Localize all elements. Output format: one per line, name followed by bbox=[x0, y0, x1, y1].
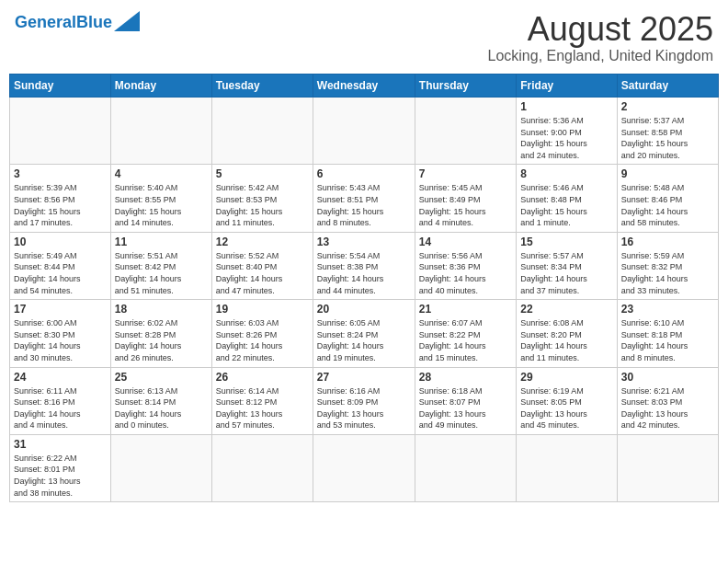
day-number: 15 bbox=[520, 236, 612, 248]
day-info: Sunrise: 5:39 AM Sunset: 8:56 PM Dayligh… bbox=[14, 182, 107, 228]
day-number: 27 bbox=[317, 371, 411, 384]
day-number: 29 bbox=[520, 371, 612, 384]
weekday-header: Monday bbox=[110, 75, 211, 98]
day-number: 6 bbox=[317, 167, 411, 180]
day-info: Sunrise: 6:11 AM Sunset: 8:16 PM Dayligh… bbox=[14, 385, 107, 431]
calendar-day-cell: 2Sunrise: 5:37 AM Sunset: 8:58 PM Daylig… bbox=[617, 98, 718, 165]
calendar-week-row: 17Sunrise: 6:00 AM Sunset: 8:30 PM Dayli… bbox=[10, 300, 719, 367]
calendar-day-cell: 28Sunrise: 6:18 AM Sunset: 8:07 PM Dayli… bbox=[415, 367, 516, 434]
day-number: 28 bbox=[419, 371, 512, 384]
day-number: 7 bbox=[419, 167, 512, 180]
calendar-week-row: 31Sunrise: 6:22 AM Sunset: 8:01 PM Dayli… bbox=[10, 434, 719, 501]
day-info: Sunrise: 6:21 AM Sunset: 8:03 PM Dayligh… bbox=[621, 385, 714, 431]
day-number: 20 bbox=[317, 303, 411, 316]
calendar-day-cell: 14Sunrise: 5:56 AM Sunset: 8:36 PM Dayli… bbox=[415, 232, 516, 299]
day-info: Sunrise: 5:52 AM Sunset: 8:40 PM Dayligh… bbox=[216, 250, 309, 296]
day-info: Sunrise: 5:59 AM Sunset: 8:32 PM Dayligh… bbox=[621, 250, 714, 296]
day-number: 21 bbox=[419, 303, 512, 316]
day-info: Sunrise: 5:46 AM Sunset: 8:48 PM Dayligh… bbox=[520, 182, 612, 228]
calendar-day-cell: 5Sunrise: 5:42 AM Sunset: 8:53 PM Daylig… bbox=[211, 165, 313, 232]
calendar-day-cell bbox=[110, 98, 211, 165]
day-number: 22 bbox=[520, 303, 612, 316]
day-number: 3 bbox=[14, 167, 107, 180]
calendar-week-row: 3Sunrise: 5:39 AM Sunset: 8:56 PM Daylig… bbox=[10, 165, 719, 232]
day-info: Sunrise: 5:42 AM Sunset: 8:53 PM Dayligh… bbox=[216, 182, 309, 228]
calendar-week-row: 1Sunrise: 5:36 AM Sunset: 9:00 PM Daylig… bbox=[10, 98, 719, 165]
day-info: Sunrise: 5:36 AM Sunset: 9:00 PM Dayligh… bbox=[520, 115, 612, 161]
logo-text: GeneralBlue bbox=[15, 14, 112, 30]
location-title: Locking, England, United Kingdom bbox=[488, 48, 714, 64]
day-number: 26 bbox=[216, 371, 309, 384]
day-number: 1 bbox=[520, 100, 612, 113]
calendar-day-cell: 15Sunrise: 5:57 AM Sunset: 8:34 PM Dayli… bbox=[517, 232, 617, 299]
day-info: Sunrise: 5:56 AM Sunset: 8:36 PM Dayligh… bbox=[419, 250, 512, 296]
calendar-day-cell bbox=[415, 98, 516, 165]
calendar-day-cell: 11Sunrise: 5:51 AM Sunset: 8:42 PM Dayli… bbox=[110, 232, 211, 299]
calendar-day-cell: 12Sunrise: 5:52 AM Sunset: 8:40 PM Dayli… bbox=[211, 232, 313, 299]
day-info: Sunrise: 6:07 AM Sunset: 8:22 PM Dayligh… bbox=[419, 317, 512, 363]
day-info: Sunrise: 5:49 AM Sunset: 8:44 PM Dayligh… bbox=[14, 250, 107, 296]
calendar-day-cell bbox=[617, 434, 718, 501]
calendar-day-cell bbox=[415, 434, 516, 501]
weekday-header: Saturday bbox=[617, 75, 718, 98]
calendar-header-row: SundayMondayTuesdayWednesdayThursdayFrid… bbox=[10, 75, 719, 98]
calendar-day-cell: 22Sunrise: 6:08 AM Sunset: 8:20 PM Dayli… bbox=[517, 300, 617, 367]
day-number: 8 bbox=[520, 167, 612, 180]
logo-icon bbox=[114, 11, 140, 31]
calendar-day-cell bbox=[211, 98, 313, 165]
calendar-day-cell: 17Sunrise: 6:00 AM Sunset: 8:30 PM Dayli… bbox=[10, 300, 111, 367]
weekday-header: Tuesday bbox=[211, 75, 313, 98]
day-info: Sunrise: 6:22 AM Sunset: 8:01 PM Dayligh… bbox=[14, 453, 107, 499]
day-number: 19 bbox=[216, 303, 309, 316]
day-number: 12 bbox=[216, 236, 309, 248]
header: GeneralBlue August 2025 Locking, England… bbox=[9, 9, 719, 68]
day-info: Sunrise: 6:13 AM Sunset: 8:14 PM Dayligh… bbox=[115, 385, 208, 431]
day-info: Sunrise: 5:48 AM Sunset: 8:46 PM Dayligh… bbox=[621, 182, 714, 228]
calendar-day-cell bbox=[211, 434, 313, 501]
day-info: Sunrise: 5:40 AM Sunset: 8:55 PM Dayligh… bbox=[115, 182, 208, 228]
day-number: 4 bbox=[115, 167, 208, 180]
day-number: 5 bbox=[216, 167, 309, 180]
logo: GeneralBlue bbox=[15, 13, 140, 31]
calendar-week-row: 10Sunrise: 5:49 AM Sunset: 8:44 PM Dayli… bbox=[10, 232, 719, 299]
day-info: Sunrise: 6:08 AM Sunset: 8:20 PM Dayligh… bbox=[520, 317, 612, 363]
calendar-day-cell: 24Sunrise: 6:11 AM Sunset: 8:16 PM Dayli… bbox=[10, 367, 111, 434]
calendar-day-cell: 6Sunrise: 5:43 AM Sunset: 8:51 PM Daylig… bbox=[313, 165, 415, 232]
calendar-day-cell: 3Sunrise: 5:39 AM Sunset: 8:56 PM Daylig… bbox=[10, 165, 111, 232]
day-info: Sunrise: 6:02 AM Sunset: 8:28 PM Dayligh… bbox=[115, 317, 208, 363]
day-number: 24 bbox=[14, 371, 107, 384]
calendar-day-cell: 13Sunrise: 5:54 AM Sunset: 8:38 PM Dayli… bbox=[313, 232, 415, 299]
calendar-day-cell: 20Sunrise: 6:05 AM Sunset: 8:24 PM Dayli… bbox=[313, 300, 415, 367]
weekday-header: Sunday bbox=[10, 75, 111, 98]
day-info: Sunrise: 5:54 AM Sunset: 8:38 PM Dayligh… bbox=[317, 250, 411, 296]
day-info: Sunrise: 6:03 AM Sunset: 8:26 PM Dayligh… bbox=[216, 317, 309, 363]
day-info: Sunrise: 5:37 AM Sunset: 8:58 PM Dayligh… bbox=[621, 115, 714, 161]
day-info: Sunrise: 5:43 AM Sunset: 8:51 PM Dayligh… bbox=[317, 182, 411, 228]
day-info: Sunrise: 5:51 AM Sunset: 8:42 PM Dayligh… bbox=[115, 250, 208, 296]
calendar-day-cell: 4Sunrise: 5:40 AM Sunset: 8:55 PM Daylig… bbox=[110, 165, 211, 232]
day-number: 9 bbox=[621, 167, 714, 180]
day-number: 30 bbox=[621, 371, 714, 384]
title-area: August 2025 Locking, England, United Kin… bbox=[488, 13, 714, 64]
day-number: 11 bbox=[115, 236, 208, 248]
day-number: 16 bbox=[621, 236, 714, 248]
day-info: Sunrise: 6:10 AM Sunset: 8:18 PM Dayligh… bbox=[621, 317, 714, 363]
calendar-day-cell: 8Sunrise: 5:46 AM Sunset: 8:48 PM Daylig… bbox=[517, 165, 617, 232]
day-info: Sunrise: 6:00 AM Sunset: 8:30 PM Dayligh… bbox=[14, 317, 107, 363]
day-info: Sunrise: 6:14 AM Sunset: 8:12 PM Dayligh… bbox=[216, 385, 309, 431]
calendar-day-cell: 29Sunrise: 6:19 AM Sunset: 8:05 PM Dayli… bbox=[517, 367, 617, 434]
calendar-day-cell: 25Sunrise: 6:13 AM Sunset: 8:14 PM Dayli… bbox=[110, 367, 211, 434]
calendar-day-cell: 19Sunrise: 6:03 AM Sunset: 8:26 PM Dayli… bbox=[211, 300, 313, 367]
calendar-day-cell bbox=[517, 434, 617, 501]
calendar-day-cell: 31Sunrise: 6:22 AM Sunset: 8:01 PM Dayli… bbox=[10, 434, 111, 501]
day-number: 13 bbox=[317, 236, 411, 248]
calendar-day-cell: 10Sunrise: 5:49 AM Sunset: 8:44 PM Dayli… bbox=[10, 232, 111, 299]
calendar-day-cell: 1Sunrise: 5:36 AM Sunset: 9:00 PM Daylig… bbox=[517, 98, 617, 165]
calendar-week-row: 24Sunrise: 6:11 AM Sunset: 8:16 PM Dayli… bbox=[10, 367, 719, 434]
day-info: Sunrise: 6:16 AM Sunset: 8:09 PM Dayligh… bbox=[317, 385, 411, 431]
calendar-day-cell: 30Sunrise: 6:21 AM Sunset: 8:03 PM Dayli… bbox=[617, 367, 718, 434]
weekday-header: Friday bbox=[517, 75, 617, 98]
calendar-day-cell bbox=[110, 434, 211, 501]
day-number: 23 bbox=[621, 303, 714, 316]
day-info: Sunrise: 6:18 AM Sunset: 8:07 PM Dayligh… bbox=[419, 385, 512, 431]
